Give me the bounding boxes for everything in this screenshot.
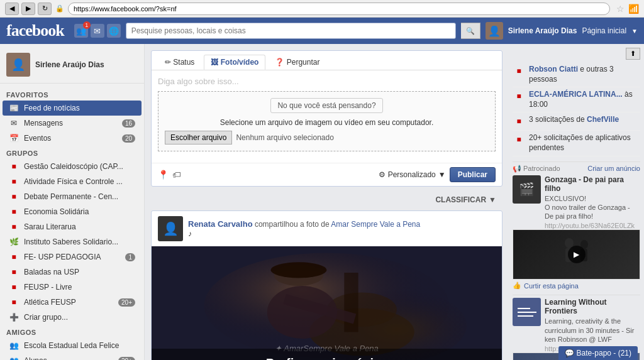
post-note: ♪ <box>188 229 496 238</box>
friends-icon-button[interactable]: 👥 1 <box>74 24 88 38</box>
post-author-name[interactable]: Renata Carvalho <box>188 219 253 229</box>
thinking-bubble: No que você está pensando? <box>270 98 382 113</box>
sidebar-item-g6[interactable]: 🌿 Instituto Saberes Solidario... <box>3 234 142 249</box>
sidebar-item-g9[interactable]: ■ FEUSP - Livre <box>3 280 142 295</box>
post-card: 👤 Renata Carvalho compartilhou a foto de… <box>151 210 502 360</box>
upload-photos-button[interactable]: ⬆ <box>626 48 640 60</box>
sidebar-item-g3[interactable]: ■ Debate Permanente - Cen... <box>3 189 142 204</box>
g10-count: 20+ <box>118 298 135 307</box>
signal-icon: 📶 <box>628 4 639 14</box>
sort-arrow[interactable]: ▼ <box>489 195 496 204</box>
ad1-video-thumb[interactable]: ▶ <box>513 229 640 280</box>
sidebar-item-f1[interactable]: 👥 Escola Estadual Leda Felice <box>3 338 142 353</box>
g4-label: Economia Solidária <box>24 207 135 216</box>
ad2-title[interactable]: Learning Without Frontiers <box>545 298 640 315</box>
choose-file-button[interactable]: Escolher arquivo <box>165 131 232 145</box>
events-icon: 📅 <box>9 133 19 143</box>
sidebar-item-feed[interactable]: 📰 Feed de notícias <box>3 101 142 116</box>
photo-tab-icon: 🖼 <box>211 58 220 67</box>
create-ad-link[interactable]: Criar um anúncio <box>587 165 640 172</box>
ad1-thumb: 🎬 <box>513 175 541 204</box>
ad1-header: 🎬 Gonzaga - De pai para filho EXCLUSIVO!… <box>513 175 640 230</box>
chat-footer[interactable]: 💬 Bate-papo - (21) <box>558 346 638 360</box>
post-meta: Renata Carvalho compartilhou a foto de A… <box>188 219 496 238</box>
facebook-logo[interactable]: facebook <box>6 21 64 40</box>
g9-label: FEUSP - Livre <box>24 283 135 292</box>
sidebar-item-g8[interactable]: ■ Baladas na USP <box>3 265 142 280</box>
tab-ask[interactable]: ❓ Perguntar <box>268 55 326 70</box>
composer-placeholder: Diga algo sobre isso... <box>158 77 496 86</box>
sidebar-item-g1[interactable]: ■ Gestão Caleidoscópio (CAP... <box>3 159 142 174</box>
publish-button[interactable]: Publicar <box>450 167 496 182</box>
ad2-info: Learning Without Frontiers Learning, cre… <box>545 298 640 352</box>
address-bar[interactable] <box>68 3 610 15</box>
main-layout: 👤 Sirlene Araújo Dias FAVORITOS 📰 Feed d… <box>0 44 644 360</box>
svg-point-7 <box>270 262 326 278</box>
sidebar-profile[interactable]: 👤 Sirlene Araújo Dias <box>0 49 144 84</box>
post-image[interactable]: ✦ AmarSempre Vale a Pena Prefiro ouvir m… <box>152 246 502 360</box>
notif-icon-2: ■ <box>513 90 525 102</box>
ad1-play-button[interactable]: ▶ <box>568 246 586 263</box>
ad1-title[interactable]: Gonzaga - De pai para filho <box>545 175 640 193</box>
sidebar-item-events[interactable]: 📅 Eventos 20 <box>3 131 142 146</box>
notif-text-4[interactable]: 20+ solicitações de aplicativos pendente… <box>529 133 640 153</box>
forward-button[interactable]: ▶ <box>21 3 35 15</box>
post-action-text: compartilhou a foto de <box>255 220 330 229</box>
f1-label: Escola Estadual Leda Felice <box>24 341 135 350</box>
post-page-link[interactable]: Amar Sempre Vale a Pena <box>331 220 420 229</box>
post-author-line: Renata Carvalho compartilhou a foto de A… <box>188 219 496 229</box>
topbar: facebook 👥 1 ✉ 🌐 🔍 👤 Sirlene Araújo Dias… <box>0 18 644 44</box>
ad1-like-btn[interactable]: 👍 Curtir esta página <box>513 281 640 290</box>
search-button[interactable]: 🔍 <box>461 23 480 39</box>
notif-text-2[interactable]: ECLA-AMÉRICA LATINA... às 18:00 <box>529 90 640 109</box>
sidebar-item-g10[interactable]: ■ Atlética FEUSP 20+ <box>3 295 142 310</box>
tab-photo[interactable]: 🖼 Foto/vídeo <box>204 55 265 70</box>
ad1-desc: O novo trailer de Gonzaga - De pai pra f… <box>545 203 640 221</box>
privacy-selector[interactable]: ⚙ Personalizado ▼ <box>379 170 446 179</box>
g1-label: Gestão Caleidoscópio (CAP... <box>24 162 135 171</box>
user-avatar: 👤 <box>486 22 503 40</box>
g6-icon: 🌿 <box>9 237 19 247</box>
tab-status[interactable]: ✏ Status <box>158 55 201 70</box>
sidebar-item-f2[interactable]: 👥 Alunos 20+ <box>3 353 142 360</box>
sidebar-item-messages[interactable]: ✉ Mensagens 16 <box>3 116 142 131</box>
ad1-url[interactable]: http://youtu.be/63Na62E0LZk <box>545 222 640 229</box>
g9-icon: ■ <box>9 282 19 292</box>
ad2-thumb <box>513 298 541 326</box>
post-image-svg <box>152 246 502 360</box>
notif-item-1: ■ Robson Ciatti e outras 3 pessoas <box>513 62 640 87</box>
avatar-placeholder: 👤 <box>163 221 179 236</box>
f1-icon: 👥 <box>9 341 19 351</box>
ad1-info: Gonzaga - De pai para filho EXCLUSIVO! O… <box>545 175 640 230</box>
feed-label: Feed de notícias <box>24 104 135 112</box>
tag-icon[interactable]: 🏷 <box>172 170 181 180</box>
notif-text-1[interactable]: Robson Ciatti e outras 3 pessoas <box>529 65 640 84</box>
user-name[interactable]: Sirlene Araújo Dias <box>508 26 577 35</box>
events-count: 20 <box>122 134 135 143</box>
chat-icon: 💬 <box>565 349 574 357</box>
sidebar-avatar: 👤 <box>6 53 30 77</box>
sidebar-item-g4[interactable]: ■ Economia Solidária <box>3 204 142 219</box>
groups-title: GRUPOS <box>0 146 144 159</box>
sidebar-item-create-group[interactable]: ➕ Criar grupo... <box>3 310 142 325</box>
g10-icon: ■ <box>9 297 19 307</box>
chat-label: Bate-papo - (21) <box>577 349 631 357</box>
back-button[interactable]: ◀ <box>5 3 19 15</box>
ad2-header: Learning Without Frontiers Learning, cre… <box>513 298 640 352</box>
location-icon[interactable]: 📍 <box>158 170 169 180</box>
home-button[interactable]: Página inicial <box>582 26 626 35</box>
sidebar-item-g2[interactable]: ■ Atividade Física e Controle ... <box>3 174 142 189</box>
bookmark-icon[interactable]: ☆ <box>616 4 625 14</box>
privacy-arrow: ▼ <box>438 170 446 179</box>
messages-icon-button[interactable]: ✉ <box>91 24 104 38</box>
search-input[interactable] <box>126 23 456 39</box>
g2-icon: ■ <box>9 177 19 187</box>
refresh-button[interactable]: ↻ <box>38 3 52 15</box>
sidebar-item-g5[interactable]: ■ Sarau Literarua <box>3 219 142 234</box>
notif-text-3[interactable]: 3 solicitações de ChefVille <box>529 115 619 125</box>
notifications-icon-button[interactable]: 🌐 <box>107 24 121 38</box>
g3-label: Debate Permanente - Cen... <box>24 192 135 201</box>
messages-label: Mensagens <box>24 119 117 128</box>
sidebar-item-g7[interactable]: ■ FE- USP PEDAGOGIA 1 <box>3 249 142 265</box>
status-tab-label: Status <box>173 58 194 67</box>
